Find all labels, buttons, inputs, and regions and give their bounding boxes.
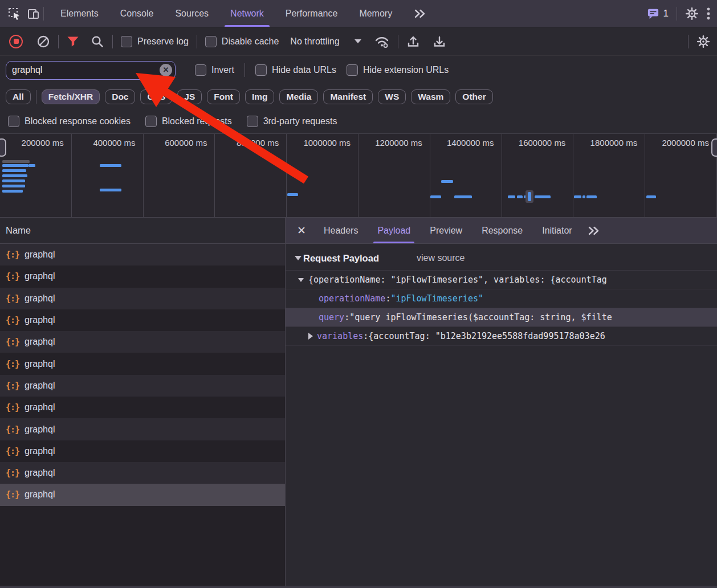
payload-entry-query[interactable]: query: "query ipFlowTimeseries($accountT… — [286, 308, 717, 327]
network-request-row[interactable]: {:}graphql — [0, 418, 285, 440]
issues-counter[interactable]: 1 — [647, 8, 669, 19]
chip-other[interactable]: Other — [455, 89, 492, 104]
hide-data-urls-checkbox[interactable] — [255, 64, 267, 76]
name-column-header[interactable]: Name — [0, 218, 285, 244]
detail-tab-response[interactable]: Response — [472, 218, 532, 243]
network-request-row[interactable]: {:}graphql — [0, 244, 285, 266]
payload-entry-variables[interactable]: variables: {accountTag: "b12e3b2192ee558… — [286, 327, 717, 346]
network-request-row[interactable]: {:}graphql — [0, 309, 285, 331]
network-conditions-icon[interactable] — [374, 35, 390, 48]
chip-manifest[interactable]: Manifest — [323, 89, 373, 104]
more-detail-tabs-icon[interactable] — [582, 226, 606, 235]
device-toolbar-icon[interactable] — [24, 0, 43, 27]
waterfall-bar[interactable] — [517, 195, 523, 198]
throttling-dropdown[interactable]: No throttling — [290, 36, 361, 47]
waterfall-bar[interactable] — [2, 169, 26, 172]
waterfall-bar[interactable] — [430, 195, 441, 198]
expand-triangle-icon[interactable] — [308, 333, 313, 340]
detail-tab-preview[interactable]: Preview — [420, 218, 472, 243]
waterfall-bar[interactable] — [586, 195, 597, 198]
preserve-log-checkbox-group[interactable]: Preserve log — [121, 36, 189, 47]
network-request-row[interactable]: {:}graphql — [0, 331, 285, 353]
network-request-row[interactable]: {:}graphql — [0, 397, 285, 418]
detail-tab-initiator[interactable]: Initiator — [532, 218, 581, 243]
tab-console[interactable]: Console — [109, 0, 165, 27]
tab-sources[interactable]: Sources — [164, 0, 219, 27]
waterfall-bar[interactable] — [2, 185, 25, 187]
clear-network-log-button[interactable] — [36, 35, 50, 48]
waterfall-bar[interactable] — [646, 195, 656, 198]
chip-fetchxhr[interactable]: Fetch/XHR — [42, 89, 100, 104]
import-har-icon[interactable] — [406, 35, 420, 48]
network-request-row[interactable]: {:}graphql — [0, 484, 285, 505]
waterfall-bar[interactable] — [100, 189, 121, 191]
network-settings-gear-icon[interactable] — [696, 35, 710, 48]
collapse-triangle-icon[interactable] — [298, 278, 304, 282]
disable-cache-checkbox-group[interactable]: Disable cache — [205, 36, 279, 47]
inspect-element-icon[interactable] — [5, 0, 24, 27]
option-3rd-party-requests[interactable]: 3rd-party requests — [247, 116, 337, 127]
view-source-link[interactable]: view source — [417, 253, 465, 263]
tab-memory[interactable]: Memory — [348, 0, 403, 27]
blocked-requests-checkbox[interactable] — [145, 116, 157, 127]
waterfall-bar[interactable] — [2, 190, 23, 193]
waterfall-bar[interactable] — [582, 195, 585, 198]
chip-doc[interactable]: Doc — [105, 89, 135, 104]
network-request-row[interactable]: {:}graphql — [0, 288, 285, 309]
preserve-log-checkbox[interactable] — [121, 36, 132, 47]
timeline-right-brush-handle[interactable] — [711, 138, 717, 157]
tab-elements[interactable]: Elements — [50, 0, 109, 27]
network-request-row[interactable]: {:}graphql — [0, 462, 285, 484]
waterfall-bar[interactable] — [454, 195, 472, 198]
waterfall-bar[interactable] — [287, 193, 298, 196]
kebab-menu-icon[interactable] — [707, 7, 710, 21]
waterfall-bar[interactable] — [441, 180, 453, 183]
waterfall-bar[interactable] — [574, 195, 581, 198]
blocked-response-cookies-checkbox[interactable] — [8, 116, 19, 127]
search-icon[interactable] — [91, 35, 104, 48]
detail-tab-payload[interactable]: Payload — [368, 218, 420, 243]
tab-performance[interactable]: Performance — [275, 0, 349, 27]
payload-entry-operationName[interactable]: operationName: "ipFlowTimeseries" — [286, 289, 717, 308]
waterfall-bar[interactable] — [100, 164, 121, 167]
clear-filter-icon[interactable]: ✕ — [160, 64, 172, 76]
chip-css[interactable]: CSS — [140, 89, 172, 104]
request-payload-section-header[interactable]: Request Payload view source — [286, 246, 717, 270]
filter-funnel-icon[interactable] — [67, 36, 79, 47]
close-details-icon[interactable]: ✕ — [292, 225, 314, 236]
network-request-row[interactable]: {:}graphql — [0, 440, 285, 462]
filter-input[interactable] — [6, 65, 175, 75]
invert-checkbox[interactable] — [195, 64, 206, 76]
waterfall-bar[interactable] — [535, 195, 551, 198]
network-request-row[interactable]: {:}graphql — [0, 353, 285, 374]
chip-media[interactable]: Media — [279, 89, 318, 104]
waterfall-bar[interactable] — [508, 195, 515, 198]
chip-ws[interactable]: WS — [378, 89, 406, 104]
settings-gear-icon[interactable] — [685, 7, 699, 21]
waterfall-bar[interactable] — [2, 164, 28, 167]
hide-extension-urls-checkbox[interactable] — [347, 64, 358, 76]
detail-tab-headers[interactable]: Headers — [314, 218, 368, 243]
chip-font[interactable]: Font — [207, 89, 240, 104]
export-har-icon[interactable] — [433, 35, 446, 48]
hide-extension-urls-checkbox-group[interactable]: Hide extension URLs — [347, 64, 449, 76]
hide-data-urls-checkbox-group[interactable]: Hide data URLs — [255, 64, 336, 76]
chip-all[interactable]: All — [6, 89, 31, 104]
waterfall-selected-marker[interactable] — [525, 190, 533, 203]
network-overview-timeline[interactable]: 200000 ms400000 ms600000 ms800000 ms1000… — [0, 133, 717, 218]
chip-img[interactable]: Img — [245, 89, 275, 104]
waterfall-bar[interactable] — [2, 179, 25, 182]
network-request-row[interactable]: {:}graphql — [0, 266, 285, 287]
3rd-party-requests-checkbox[interactable] — [247, 116, 258, 127]
tab-network[interactable]: Network — [219, 0, 275, 27]
record-network-log-button[interactable] — [9, 35, 23, 48]
payload-root-row[interactable]: {operationName: "ipFlowTimeseries", vari… — [286, 271, 717, 289]
chip-js[interactable]: JS — [177, 89, 202, 104]
waterfall-bar[interactable] — [2, 160, 30, 163]
waterfall-bar[interactable] — [2, 174, 27, 177]
more-panels-icon[interactable] — [403, 0, 437, 27]
timeline-left-brush-handle[interactable] — [0, 138, 6, 157]
option-blocked-response-cookies[interactable]: Blocked response cookies — [8, 116, 131, 127]
network-request-row[interactable]: {:}graphql — [0, 375, 285, 397]
invert-checkbox-group[interactable]: Invert — [195, 64, 234, 76]
